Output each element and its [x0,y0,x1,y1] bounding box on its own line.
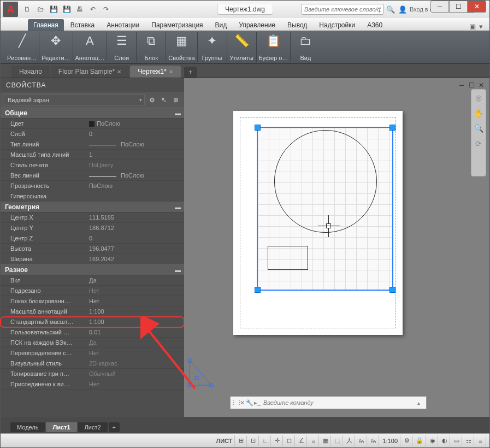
property-row[interactable]: Пользовательский …0.01 [1,327,184,338]
collapse-icon[interactable]: ▬ [175,267,181,273]
property-row[interactable]: Центр X111.5185 [1,213,184,223]
pickadd-icon[interactable]: ⊕ [171,95,181,105]
property-value[interactable]: 1 [87,151,184,158]
ribbon-tab-addins[interactable]: Надстройки [314,19,361,31]
property-value[interactable]: 111.5185 [87,214,184,221]
status-lock-icon[interactable]: 🔒 [414,435,426,446]
status-transparency-icon[interactable]: ▦ [320,435,331,446]
new-tab-button[interactable]: + [184,67,197,78]
property-value[interactable]: 196.0477 [87,245,184,252]
status-snap-icon[interactable]: ⊡ [248,435,259,446]
category-header[interactable]: Разное▬ [1,264,184,275]
status-clean-icon[interactable]: ▭ [451,435,462,446]
status-grid-icon[interactable]: ⊞ [236,435,247,446]
ribbon-tab-manage[interactable]: Управление [233,19,281,31]
grip-top-right[interactable] [389,125,395,131]
grip-bottom-right[interactable] [389,287,395,293]
user-icon[interactable]: 👤 [398,4,408,14]
layout-tab[interactable]: Лист2 [78,422,108,432]
property-row[interactable]: Визуальный стиль2D-каркас [1,358,184,369]
property-row[interactable]: Тип линийПоСлою [1,139,184,150]
property-row[interactable]: Переопределения с…Нет [1,348,184,358]
collapse-icon[interactable]: ▬ [175,204,181,210]
property-value[interactable]: ПоСлою [87,120,184,127]
property-row[interactable]: ВклДа [1,275,184,286]
category-header[interactable]: Общие▬ [1,108,184,119]
ribbon-menu-icon[interactable]: ▣ [469,22,476,31]
ribbon-panel[interactable]: ☰Слои [107,32,137,62]
layout-tab[interactable]: Модель [10,422,45,432]
ribbon-tab-annotate[interactable]: Аннотации [101,19,145,31]
property-row[interactable]: ЦветПоСлою [1,119,184,129]
status-annoscale-icon[interactable]: 🗛 [368,435,379,446]
open-icon[interactable]: 🗁 [34,3,46,15]
grip-bottom-left[interactable] [255,287,261,293]
cmdbar-handle-icon[interactable]: ⋮⋮ [231,399,238,406]
status-cycling-icon[interactable]: ⬚ [332,435,343,446]
property-row[interactable]: Масштаб аннотаций1:100 [1,306,184,317]
property-row[interactable]: Центр Z0 [1,233,184,244]
close-icon[interactable]: ✕ [117,69,121,75]
object-type-dropdown[interactable]: Видовой экран [4,95,145,105]
property-row[interactable]: Масштаб типа линий1 [1,150,184,160]
undo-icon[interactable]: ↶ [87,3,99,15]
select-objects-icon[interactable]: ↖ [159,95,169,105]
property-row[interactable]: Показ блокированн…Нет [1,296,184,306]
status-custom-icon[interactable]: ⚏ [463,435,474,446]
property-value[interactable]: 0 [87,131,184,137]
search-icon[interactable]: 🔍 [386,4,395,14]
property-row[interactable]: Ширина169.2042 [1,254,184,264]
status-otrack-icon[interactable]: ∠ [296,435,307,446]
grip-top-left[interactable] [255,125,261,131]
property-value[interactable]: Нет [87,298,184,304]
ribbon-panel[interactable]: ✦Группы [198,32,227,62]
ribbon-panel[interactable]: 📋Буфер о… [257,32,291,62]
ribbon-collapse-icon[interactable]: ▾ [479,22,483,31]
status-workspace-icon[interactable]: ⚙ [402,435,412,446]
viewport[interactable] [257,127,393,291]
viewport-maximize-icon[interactable]: ☐ [468,81,475,89]
file-tab[interactable]: Начало [11,66,50,78]
app-icon[interactable]: A [3,2,18,17]
navbar-zoom-icon[interactable]: 🔍 [474,123,483,133]
ribbon-tab-param[interactable]: Параметризация [146,19,208,31]
quickselect-icon[interactable]: ⚙ [147,95,157,105]
status-scale[interactable]: 1:100 [380,435,400,446]
status-annoauto-icon[interactable]: 🗛 [356,435,367,446]
collapse-icon[interactable]: ▬ [175,110,181,116]
property-value[interactable]: 169.2042 [87,256,184,262]
search-input[interactable] [302,4,383,15]
drawing-canvas[interactable]: ─ ☐ ✕ ◎ ✋ 🔍 ⟳ [184,78,489,417]
plot-icon[interactable]: 🖶 [74,3,86,15]
property-row[interactable]: ПрозрачностьПоСлою [1,181,184,191]
navbar-wheel-icon[interactable]: ◎ [474,93,483,103]
property-value[interactable]: 1:100 [87,308,184,315]
property-row[interactable]: Высота196.0477 [1,244,184,254]
command-input[interactable] [261,399,417,406]
status-menu-icon[interactable]: ≡ [475,435,486,446]
property-value[interactable]: ПоСлою [87,141,184,148]
property-row[interactable]: Вес линийПоСлою [1,170,184,181]
property-value[interactable]: Нет [87,350,184,356]
close-icon[interactable]: ✕ [169,69,173,75]
property-value[interactable]: 0 [87,235,184,241]
ribbon-panel[interactable]: ⧉Блок [137,32,166,62]
property-value[interactable]: 2D-каркас [87,360,184,367]
new-icon[interactable]: 🗋 [21,3,33,15]
status-ortho-icon[interactable]: ∟ [260,435,271,446]
status-isolate-icon[interactable]: ◐ [439,435,450,446]
property-value[interactable]: 186.8712 [87,225,184,231]
property-value[interactable]: Обычный [87,370,184,377]
ribbon-tab-insert[interactable]: Вставка [65,19,101,31]
property-value[interactable]: Нет [87,287,184,294]
status-mode[interactable]: ЛИСТ [214,435,235,446]
maximize-button[interactable]: ☐ [449,1,468,13]
property-row[interactable]: Гиперссылка [1,191,184,202]
property-row[interactable]: Слой0 [1,129,184,139]
cmdbar-config-icon[interactable]: 🔧 [246,399,253,406]
ribbon-panel[interactable]: ╱Рисован… [5,32,39,62]
property-value[interactable]: Да [87,277,184,284]
ribbon-tab-a360[interactable]: A360 [362,19,388,31]
cmdbar-expand-icon[interactable]: ▴ [417,400,426,406]
redo-icon[interactable]: ↷ [100,3,112,15]
